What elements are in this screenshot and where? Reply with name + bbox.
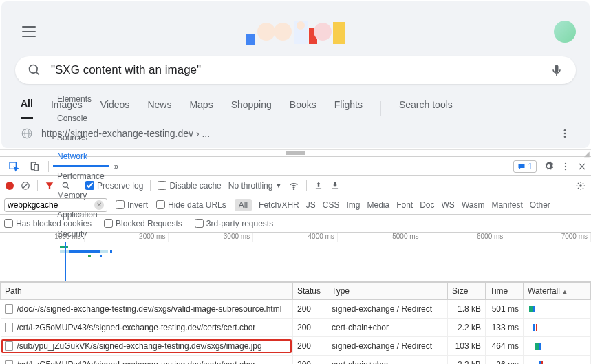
panel-console[interactable]: Console xyxy=(53,109,109,128)
timeline[interactable]: 1000 ms2000 ms3000 ms4000 ms5000 ms6000 … xyxy=(0,233,591,282)
devtools-panel: ElementsConsoleSourcesNetworkPerformance… xyxy=(0,156,591,364)
svg-rect-0 xyxy=(246,34,255,45)
third-party-checkbox[interactable]: 3rd-party requests xyxy=(195,219,273,228)
svg-line-29 xyxy=(67,186,69,189)
blocked-cookies-checkbox[interactable]: Has blocked cookies xyxy=(4,219,92,228)
clear-filter-icon[interactable]: ✕ xyxy=(94,200,104,210)
device-icon[interactable] xyxy=(25,157,44,176)
more-icon[interactable] xyxy=(559,128,570,139)
file-icon xyxy=(5,323,13,332)
svg-rect-7 xyxy=(333,22,345,44)
gear-icon[interactable] xyxy=(544,161,554,171)
download-icon[interactable] xyxy=(330,181,340,191)
svg-point-16 xyxy=(564,133,566,135)
svg-point-22 xyxy=(565,165,566,167)
devtools-tabbar: ElementsConsoleSourcesNetworkPerformance… xyxy=(0,157,591,176)
gear-icon[interactable] xyxy=(576,181,585,191)
inspect-icon[interactable] xyxy=(4,157,23,176)
type-filter-all[interactable]: All xyxy=(235,199,252,211)
record-button[interactable] xyxy=(6,182,14,190)
search-box[interactable] xyxy=(15,56,576,84)
tab-maps[interactable]: Maps xyxy=(189,99,213,118)
svg-point-6 xyxy=(314,23,332,41)
kebab-icon[interactable] xyxy=(561,162,570,171)
file-icon xyxy=(5,304,13,314)
type-filter-media[interactable]: Media xyxy=(367,200,389,210)
type-filter-wasm[interactable]: Wasm xyxy=(462,200,485,210)
svg-point-8 xyxy=(30,65,38,74)
col-type[interactable]: Type xyxy=(327,283,448,300)
type-filter-js[interactable]: JS xyxy=(306,200,316,210)
mic-icon[interactable] xyxy=(550,63,563,77)
svg-point-17 xyxy=(564,136,566,138)
svg-point-21 xyxy=(565,162,566,164)
col-size[interactable]: Size xyxy=(448,283,486,300)
tab-flights[interactable]: Flights xyxy=(334,99,363,118)
panel-elements[interactable]: Elements xyxy=(53,89,109,109)
throttling-select[interactable]: No throttling ▼ xyxy=(228,181,282,191)
svg-point-2 xyxy=(274,23,292,41)
type-filter-img[interactable]: Img xyxy=(346,200,360,210)
col-time[interactable]: Time xyxy=(486,283,524,300)
preserve-log-checkbox[interactable]: Preserve log xyxy=(85,181,143,191)
clear-icon[interactable] xyxy=(21,181,30,191)
svg-point-30 xyxy=(294,189,294,189)
close-icon[interactable] xyxy=(577,162,587,171)
resize-icon[interactable]: ◢ xyxy=(584,150,590,158)
svg-point-4 xyxy=(297,21,305,30)
type-filter-css[interactable]: CSS xyxy=(323,200,340,210)
type-filter-fetch-xhr[interactable]: Fetch/XHR xyxy=(259,200,299,210)
google-logo xyxy=(240,15,350,48)
svg-rect-10 xyxy=(555,65,559,72)
type-filter-ws[interactable]: WS xyxy=(442,200,455,210)
table-row[interactable]: /sub/ypu_jZuGukVK/s/signed-exchange-test… xyxy=(1,337,591,356)
tab-all[interactable]: All xyxy=(21,98,33,119)
svg-point-23 xyxy=(565,168,566,169)
tab-news[interactable]: News xyxy=(147,99,171,118)
avatar[interactable] xyxy=(554,21,576,43)
svg-point-1 xyxy=(257,23,275,41)
filter-input[interactable]: ✕ xyxy=(4,198,107,212)
hide-data-urls-checkbox[interactable]: Hide data URLs xyxy=(156,200,226,210)
tab-books[interactable]: Books xyxy=(290,99,316,118)
upload-icon[interactable] xyxy=(314,181,323,191)
filter-icon[interactable] xyxy=(45,181,54,191)
messages-badge[interactable]: 1 xyxy=(513,160,537,173)
type-filter-doc[interactable]: Doc xyxy=(420,200,434,210)
svg-point-15 xyxy=(564,129,566,131)
svg-point-33 xyxy=(579,184,582,187)
svg-rect-20 xyxy=(34,164,38,171)
type-filter-other[interactable]: Other xyxy=(530,200,550,210)
table-row[interactable]: /crt/l-zG5oMUPv43/s/signed-exchange-test… xyxy=(1,356,591,365)
network-table: PathStatusTypeSizeTimeWaterfall ▲ /doc/-… xyxy=(0,282,591,364)
col-path[interactable]: Path xyxy=(1,283,293,300)
blocked-requests-checkbox[interactable]: Blocked Requests xyxy=(104,219,182,228)
file-icon xyxy=(5,341,13,351)
svg-rect-31 xyxy=(316,188,321,189)
panel-sources[interactable]: Sources xyxy=(53,128,109,147)
tab-shopping[interactable]: Shopping xyxy=(231,99,272,118)
search-icon xyxy=(28,63,41,77)
file-icon xyxy=(5,360,13,364)
wifi-icon[interactable] xyxy=(288,180,299,191)
menu-icon[interactable] xyxy=(22,26,36,37)
table-row[interactable]: /doc/-/s/signed-exchange-testing.dev/sxg… xyxy=(1,300,591,319)
table-row[interactable]: /crt/l-zG5oMUPv43/s/signed-exchange-test… xyxy=(1,319,591,337)
type-filter-font[interactable]: Font xyxy=(396,200,413,210)
svg-rect-32 xyxy=(332,188,338,189)
svg-line-9 xyxy=(36,72,39,75)
globe-icon xyxy=(21,127,33,140)
col-status[interactable]: Status xyxy=(293,283,327,300)
search-icon[interactable] xyxy=(61,181,71,191)
drag-handle[interactable]: ◢ xyxy=(0,149,591,156)
type-filter-manifest[interactable]: Manifest xyxy=(491,200,522,210)
disable-cache-checkbox[interactable]: Disable cache xyxy=(158,181,221,191)
svg-line-27 xyxy=(23,183,28,188)
col-waterfall[interactable]: Waterfall ▲ xyxy=(524,283,591,300)
more-panels-icon[interactable]: » xyxy=(110,157,123,176)
search-tools[interactable]: Search tools xyxy=(399,99,453,118)
invert-checkbox[interactable]: Invert xyxy=(116,200,148,210)
search-input[interactable] xyxy=(51,63,550,77)
